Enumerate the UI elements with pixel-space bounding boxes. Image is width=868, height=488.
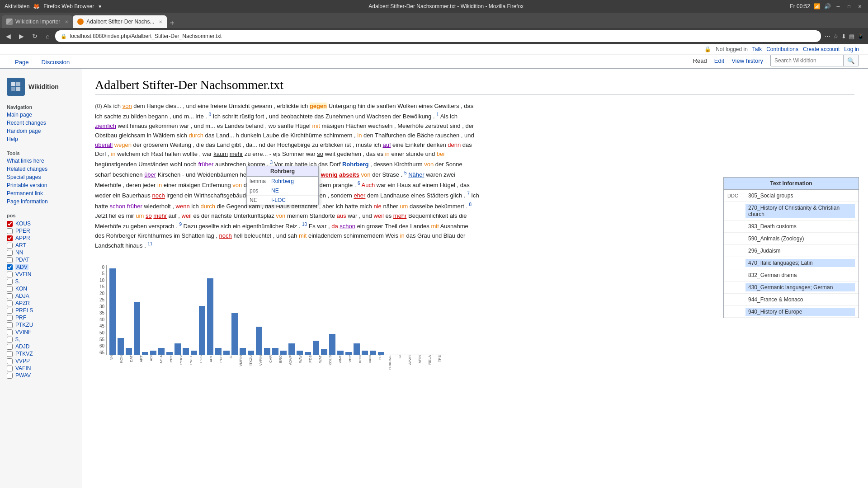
info-cat-296[interactable]: 296_Judaism [745,247,855,255]
tab-close-wikidition[interactable]: ✕ [65,19,68,24]
word-von2[interactable]: von [424,161,434,168]
bar-VPP[interactable] [305,352,311,355]
back-button[interactable]: ◀ [4,32,13,41]
pos-label-PPER[interactable]: PPER [15,228,30,234]
dropdown-icon[interactable]: ▼ [98,4,102,9]
sidebar-item-permanent-link[interactable]: Permanent link [0,189,81,197]
pos-checkbox-PRELS[interactable] [7,308,13,314]
pos-checkbox-ADJD[interactable] [7,344,13,350]
word-kaum[interactable]: kaum [213,150,228,157]
create-account-link[interactable]: Create account [803,46,840,52]
pos-label-PWAV[interactable]: PWAV [15,372,31,379]
sidebar-item-related-changes[interactable]: Related changes [0,165,81,173]
search-input[interactable] [771,56,843,65]
bar-BRO[interactable] [248,351,254,355]
pos-label-APZR[interactable]: APZR [15,300,30,306]
log-in-link[interactable]: Log in [844,46,859,52]
pos-checkbox-APPR[interactable] [7,235,13,241]
tab-wikidition-importer[interactable]: Wikidition Importer ✕ [2,15,73,28]
extensions-icon[interactable]: ⋯ [825,33,830,40]
word-schon2[interactable]: schon [340,223,355,230]
word-mit3[interactable]: mit [299,232,307,239]
bar-PDS[interactable] [272,348,278,355]
pos-label-ART[interactable]: ART [15,242,26,249]
bar-VINF[interactable] [297,351,303,355]
sidebar-item-random-page[interactable]: Random page [0,127,81,135]
reload-button[interactable]: ↻ [30,32,40,41]
bar-ITKZU[interactable] [223,351,230,355]
bar-PTKV[interactable] [166,352,173,355]
word-mehr3[interactable]: mehr [393,212,407,219]
download-icon[interactable]: ⬇ [841,33,846,40]
info-cat-590[interactable]: 590_Animals (Zoology) [745,235,855,243]
pos-label-PRELS[interactable]: PRELS [15,307,33,314]
word-in3[interactable]: in [385,150,390,157]
pos-label-KON[interactable]: KON [15,286,27,292]
word-wenig[interactable]: wenig [321,172,338,178]
sidebar-item-recent-changes[interactable]: Recent changes [0,119,81,127]
bar-PREL[interactable] [175,343,181,355]
word-bei[interactable]: bei [437,150,444,157]
word-von4[interactable]: von [232,182,242,189]
word-noch2[interactable]: noch [219,232,232,239]
bar-NN[interactable] [109,268,116,355]
info-cat-header[interactable]: 305_Social groups [745,192,855,200]
talk-link[interactable]: Talk [752,46,762,52]
pos-checkbox-ADV[interactable] [7,264,13,270]
word-in2[interactable]: in [111,150,115,157]
minimize-button[interactable]: ─ [835,3,842,10]
pos-label-ADV[interactable]: ADV [15,264,28,270]
word-Auch[interactable]: Auch [362,182,375,189]
pos-label-NN[interactable]: NN [15,249,23,256]
bar-WAV[interactable] [264,348,270,355]
pos-checkbox-VVFIN[interactable] [7,272,13,277]
word-in6[interactable]: in [400,232,405,239]
forward-button[interactable]: ▶ [17,32,26,41]
pos-checkbox-PTKVZ[interactable] [7,351,13,357]
pos-label-VVINF[interactable]: VVINF [15,329,31,335]
bar-ART[interactable] [191,351,197,355]
info-cat-270[interactable]: 270_History of Christianity & Christian … [745,204,855,218]
word-aus[interactable]: aus [337,212,346,219]
pos-checkbox-S-dot[interactable] [7,279,13,285]
bar-KON[interactable] [118,338,124,355]
word-schon[interactable]: schon [110,203,126,210]
word-ziemlich[interactable]: ziemlich [95,122,116,129]
pos-label-KOUS[interactable]: KOUS [15,221,31,227]
bar-VVFIN[interactable] [231,313,238,355]
word-nie[interactable]: nie [373,203,381,210]
word-von3[interactable]: von [361,172,371,178]
sidebar-item-help[interactable]: Help [0,135,81,143]
pos-checkbox-NN[interactable] [7,250,13,256]
pos-checkbox-ART[interactable] [7,243,13,249]
word-wegen[interactable]: wegen [114,141,132,148]
word-weil[interactable]: weil [182,212,192,219]
sidebar-item-special-pages[interactable]: Special pages [0,173,81,181]
bar-PER[interactable] [199,306,205,355]
sidebar-item-main-page[interactable]: Main page [0,111,81,119]
bar-KOUS[interactable] [288,343,295,355]
bar-PR[interactable] [329,334,335,355]
bar-VMFIN[interactable] [215,348,222,355]
pos-checkbox-PRF[interactable] [7,315,13,321]
word-mehr2[interactable]: mehr [153,212,167,219]
bar-PRF[interactable] [158,348,165,355]
word-so[interactable]: so [317,150,323,157]
bookmark-icon[interactable]: ☆ [833,33,839,40]
new-tab-button[interactable]: + [167,19,177,28]
word-noch[interactable]: noch [152,192,165,199]
info-cat-430[interactable]: 430_Germanic languages; German [745,283,855,291]
bar-AFIN[interactable] [362,351,368,355]
word-durch2[interactable]: durch [200,203,215,210]
word-abseits[interactable]: abseits [339,172,359,178]
bar-ADVP[interactable] [256,327,262,355]
pos-label-S-dot[interactable]: $. [15,278,20,285]
pos-label-VAFIN[interactable]: VAFIN [15,365,31,371]
pos-label-APPR[interactable]: APPR [15,235,30,241]
search-button[interactable]: 🔍 [843,55,859,66]
word-gegen[interactable]: gegen [310,103,327,109]
sidebar-item-printable-version[interactable]: Printable version [0,181,81,189]
pos-label-ADJA[interactable]: ADJA [15,293,29,299]
pos-checkbox-PWAV[interactable] [7,373,13,379]
pos-checkbox-PTKZU[interactable] [7,322,13,328]
